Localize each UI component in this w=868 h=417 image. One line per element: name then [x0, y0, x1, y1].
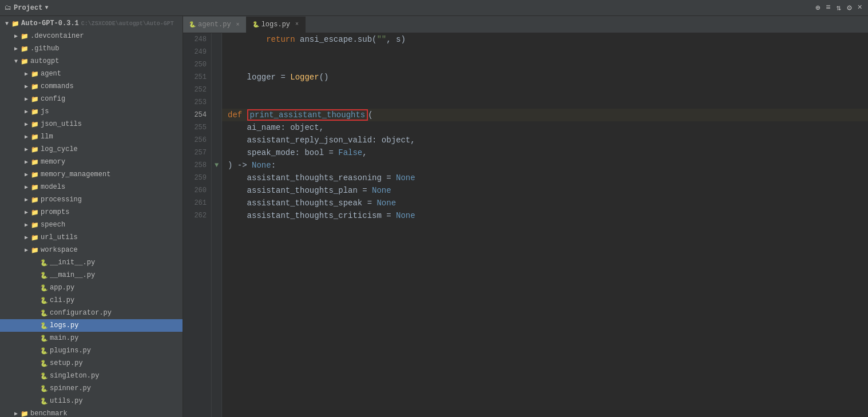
tree-item-speech[interactable]: ▶ 📁 speech: [0, 219, 183, 231]
line-258: 258: [183, 159, 207, 172]
tree-item-spinner[interactable]: 🐍 spinner.py: [0, 382, 183, 395]
python-icon: 🐍: [40, 284, 48, 292]
python-icon: 🐍: [40, 360, 48, 367]
folder-icon: 📁: [31, 171, 39, 178]
tree-item-llm[interactable]: ▶ 📁 llm: [0, 130, 183, 143]
code-line-250: [222, 58, 868, 71]
python-icon: 🐍: [40, 347, 48, 355]
line-248: 248: [183, 33, 207, 46]
close-panel-icon[interactable]: ×: [857, 2, 863, 14]
title-bar-dropdown[interactable]: ▼: [45, 5, 48, 11]
tree-item-init[interactable]: 🐍 __init__.py: [0, 256, 183, 269]
tree-root[interactable]: ▼ 📁 Auto-GPT-0.3.1 C:\ZSXCODE\autogpt\Au…: [0, 17, 183, 30]
code-line-260: assistant_thoughts_plan = None: [222, 184, 868, 197]
folder-icon: 📁: [31, 70, 39, 78]
folder-icon: 📁: [31, 108, 39, 116]
tree-item-commands[interactable]: ▶ 📁 commands: [0, 80, 183, 93]
python-icon: 🐍: [40, 372, 48, 380]
tree-item-configurator[interactable]: 🐍 configurator.py: [0, 307, 183, 319]
collapse-259: [212, 172, 221, 184]
folder-icon: 📁: [31, 121, 39, 128]
collapse-255: [212, 121, 221, 134]
tree-item-json-utils[interactable]: ▶ 📁 json_utils: [0, 118, 183, 130]
line-260: 260: [183, 184, 207, 197]
tree-item-memory-management[interactable]: ▶ 📁 memory_management: [0, 168, 183, 181]
tab-logs-py[interactable]: 🐍 logs.py ×: [247, 17, 306, 33]
tree-item-autogpt[interactable]: ▼ 📁 autogpt: [0, 55, 183, 67]
tree-item-devcontainer[interactable]: ▶ 📁 .devcontainer: [0, 30, 183, 42]
tree-item-url-utils[interactable]: ▶ 📁 url_utils: [0, 231, 183, 244]
collapse-251: [212, 71, 221, 84]
tree-item-setup[interactable]: 🐍 setup.py: [0, 357, 183, 370]
tree-item-processing[interactable]: ▶ 📁 processing: [0, 193, 183, 206]
collapse-258[interactable]: ▼: [212, 159, 221, 172]
line-259: 259: [183, 172, 207, 184]
editor-content[interactable]: 248 249 250 251 252 253 254 255 256 257 …: [183, 33, 868, 417]
tree-item-prompts[interactable]: ▶ 📁 prompts: [0, 206, 183, 219]
code-line-248: return ansi_escape.sub("", s): [222, 33, 868, 46]
root-folder-icon: 📁: [11, 20, 19, 27]
line-257: 257: [183, 146, 207, 159]
code-line-251: logger = Logger(): [222, 71, 868, 84]
sort-icon[interactable]: ⇅: [835, 2, 842, 14]
title-bar-label: Project: [14, 4, 42, 12]
folder-icon: 📁: [31, 247, 39, 254]
tree-item-app[interactable]: 🐍 app.py: [0, 281, 183, 294]
tree-item-log-cycle[interactable]: ▶ 📁 log_cycle: [0, 143, 183, 156]
line-number-gutter: 248 249 250 251 252 253 254 255 256 257 …: [183, 33, 212, 417]
folder-icon: 📁: [31, 209, 39, 216]
python-icon: 🐍: [40, 322, 48, 329]
line-255: 255: [183, 121, 207, 134]
tree-item-plugins[interactable]: 🐍 plugins.py: [0, 344, 183, 357]
tree-item-js[interactable]: ▶ 📁 js: [0, 105, 183, 118]
folder-icon: 📁: [31, 196, 39, 204]
tab-python-icon: 🐍: [189, 21, 196, 28]
tree-item-workspace[interactable]: ▶ 📁 workspace: [0, 244, 183, 256]
line-251: 251: [183, 71, 207, 84]
settings-icon[interactable]: ⚙: [846, 2, 853, 14]
main-content: ▼ 📁 Auto-GPT-0.3.1 C:\ZSXCODE\autogpt\Au…: [0, 16, 868, 417]
list-icon[interactable]: ≡: [825, 2, 831, 14]
collapse-257: [212, 146, 221, 159]
title-bar-icons: ⊕ ≡ ⇅ ⚙ ×: [814, 2, 863, 14]
folder-icon: 📁: [31, 234, 39, 241]
collapse-260: [212, 184, 221, 197]
collapse-250: [212, 58, 221, 71]
tree-item-logs[interactable]: 🐍 logs.py: [0, 319, 183, 332]
tree-item-benchmark[interactable]: ▶ 📁 benchmark: [0, 407, 183, 417]
tree-item-utils[interactable]: 🐍 utils.py: [0, 395, 183, 407]
tree-item-agent[interactable]: ▶ 📁 agent: [0, 67, 183, 80]
file-tree[interactable]: ▼ 📁 Auto-GPT-0.3.1 C:\ZSXCODE\autogpt\Au…: [0, 16, 183, 417]
ide-container: 🗂 Project ▼ ⊕ ≡ ⇅ ⚙ × ▼ 📁 Auto-GPT-0.3.1…: [0, 0, 868, 417]
root-path: C:\ZSXCODE\autogpt\Auto-GPT: [81, 21, 174, 27]
tab-logs-label: logs.py: [261, 21, 290, 29]
tree-item-models[interactable]: ▶ 📁 models: [0, 181, 183, 193]
collapse-249: [212, 46, 221, 58]
editor-area: 🐍 agent.py × 🐍 logs.py × 248 249 250 251: [183, 16, 868, 417]
code-line-261: assistant_thoughts_speak = None: [222, 197, 868, 209]
collapse-261: [212, 197, 221, 209]
project-icon: 🗂: [5, 3, 11, 12]
tab-python-icon: 🐍: [252, 21, 259, 28]
folder-icon: 📁: [31, 158, 39, 166]
python-icon: 🐍: [40, 272, 48, 279]
collapse-256: [212, 134, 221, 146]
tree-item-singleton[interactable]: 🐍 singleton.py: [0, 370, 183, 382]
tree-item-github[interactable]: ▶ 📁 .github: [0, 42, 183, 55]
title-bar: 🗂 Project ▼ ⊕ ≡ ⇅ ⚙ ×: [0, 0, 868, 16]
tree-item-main-py[interactable]: 🐍 __main__.py: [0, 269, 183, 281]
add-icon[interactable]: ⊕: [814, 2, 821, 14]
code-line-258: ) -> None:: [222, 159, 868, 172]
tree-item-config[interactable]: ▶ 📁 config: [0, 93, 183, 105]
line-249: 249: [183, 46, 207, 58]
tab-bar: 🐍 agent.py × 🐍 logs.py ×: [183, 16, 868, 33]
code-lines: return ansi_escape.sub("", s) logger = L…: [222, 33, 868, 417]
tab-agent-close[interactable]: ×: [236, 21, 240, 29]
tree-item-memory[interactable]: ▶ 📁 memory: [0, 156, 183, 168]
tree-item-cli[interactable]: 🐍 cli.py: [0, 294, 183, 307]
code-line-257: speak_mode: bool = False,: [222, 146, 868, 159]
tree-item-main[interactable]: 🐍 main.py: [0, 332, 183, 344]
tab-agent-py[interactable]: 🐍 agent.py ×: [183, 17, 247, 33]
tab-logs-close[interactable]: ×: [295, 21, 299, 28]
code-line-256: assistant_reply_json_valid: object,: [222, 134, 868, 146]
